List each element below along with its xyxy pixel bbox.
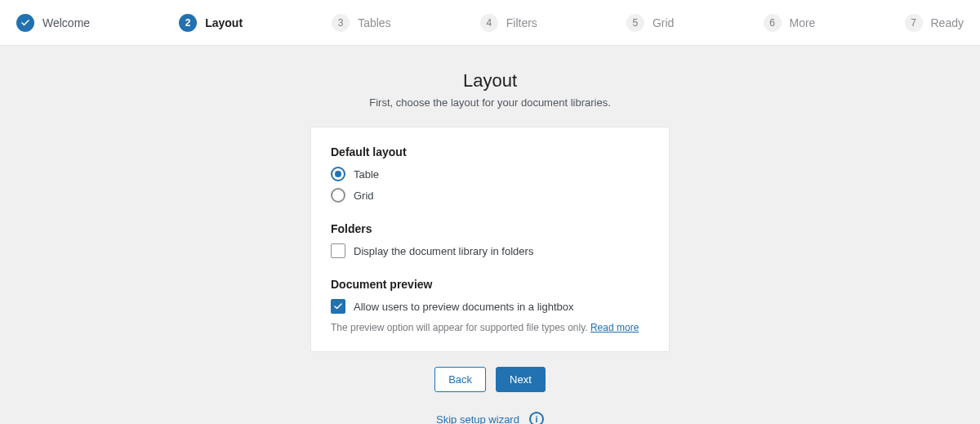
step-number: 5 <box>626 14 644 32</box>
radio-option-grid[interactable]: Grid <box>331 188 649 203</box>
section-folders: Folders Display the document library in … <box>331 222 649 258</box>
radio-label: Table <box>354 168 379 181</box>
wizard-footer: Skip setup wizard i <box>436 412 544 424</box>
step-number: 2 <box>179 14 197 32</box>
step-label: Welcome <box>42 16 90 29</box>
section-heading: Default layout <box>331 145 649 158</box>
step-layout[interactable]: 2 Layout <box>179 14 243 32</box>
settings-card: Default layout Table Grid Folders Displa… <box>310 127 670 352</box>
preview-hint: The preview option will appear for suppo… <box>331 322 649 333</box>
checkbox-preview[interactable]: Allow users to preview documents in a li… <box>331 299 649 314</box>
radio-option-table[interactable]: Table <box>331 167 649 181</box>
step-label: Filters <box>506 16 537 29</box>
step-number: 6 <box>764 14 782 32</box>
back-button[interactable]: Back <box>434 367 486 392</box>
section-heading: Folders <box>331 222 649 235</box>
check-icon <box>16 14 34 32</box>
step-number: 3 <box>332 14 350 32</box>
step-filters[interactable]: 4 Filters <box>480 14 537 32</box>
step-label: More <box>790 16 816 29</box>
skip-setup-link[interactable]: Skip setup wizard <box>436 413 519 425</box>
wizard-actions: Back Next <box>310 352 670 407</box>
radio-icon <box>331 167 345 181</box>
setup-stepper: Welcome 2 Layout 3 Tables 4 Filters 5 Gr… <box>0 0 980 46</box>
section-heading: Document preview <box>331 278 649 291</box>
step-welcome[interactable]: Welcome <box>16 14 90 32</box>
step-ready[interactable]: 7 Ready <box>905 14 964 32</box>
step-number: 7 <box>905 14 923 32</box>
next-button[interactable]: Next <box>496 367 546 392</box>
step-grid[interactable]: 5 Grid <box>626 14 674 32</box>
step-tables[interactable]: 3 Tables <box>332 14 390 32</box>
wizard-content: Layout First, choose the layout for your… <box>0 46 980 424</box>
hint-text: The preview option will appear for suppo… <box>331 322 590 333</box>
page-subtitle: First, choose the layout for your docume… <box>369 96 611 109</box>
section-default-layout: Default layout Table Grid <box>331 145 649 203</box>
checkbox-icon <box>331 299 345 314</box>
step-more[interactable]: 6 More <box>764 14 816 32</box>
checkbox-label: Display the document library in folders <box>354 245 533 257</box>
checkbox-folders[interactable]: Display the document library in folders <box>331 243 649 258</box>
read-more-link[interactable]: Read more <box>590 322 639 333</box>
section-document-preview: Document preview Allow users to preview … <box>331 278 649 333</box>
page-title: Layout <box>463 70 517 91</box>
step-label: Ready <box>931 16 964 29</box>
radio-icon <box>331 188 345 203</box>
step-label: Grid <box>653 16 674 29</box>
step-label: Layout <box>205 16 243 29</box>
checkbox-label: Allow users to preview documents in a li… <box>354 301 574 313</box>
info-icon[interactable]: i <box>529 412 544 424</box>
step-label: Tables <box>358 16 390 29</box>
checkbox-icon <box>331 243 345 258</box>
radio-label: Grid <box>354 190 374 202</box>
step-number: 4 <box>480 14 498 32</box>
